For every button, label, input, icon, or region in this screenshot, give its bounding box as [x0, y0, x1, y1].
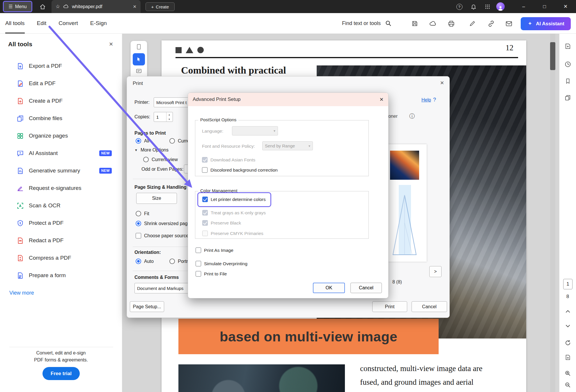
export-notes-tool[interactable] [563, 42, 572, 51]
sidebar-item-create-pdf[interactable]: Create a PDF [0, 92, 122, 110]
scrollbar-thumb[interactable] [550, 42, 555, 70]
view-more-link[interactable]: View more [9, 290, 34, 296]
banner-text: based on multi-view image [220, 329, 398, 345]
sidebar-item-edit-pdf[interactable]: Edit a PDF [0, 75, 122, 92]
postscript-options-group: PostScript Options Language: ▾ Font and … [195, 120, 369, 176]
sidebar-item-scan-ocr[interactable]: Scan & OCR [0, 197, 122, 214]
email-button[interactable] [504, 19, 513, 28]
free-trial-button[interactable]: Free trial [42, 367, 80, 380]
menu-esign[interactable]: E-Sign [90, 13, 107, 33]
radio-fit[interactable]: Fit [136, 211, 149, 216]
menu-all-tools[interactable]: All tools [5, 13, 25, 33]
size-button[interactable]: Size [136, 193, 177, 204]
page-setup-button[interactable]: Page Setup... [130, 301, 164, 312]
sidebar-item-combine-files[interactable]: Combine files [0, 110, 122, 127]
notifications-button[interactable] [469, 3, 478, 11]
apps-grid-button[interactable] [483, 3, 492, 11]
fill-sign-button[interactable] [468, 19, 477, 28]
sidebar-item-organize-pages[interactable]: Organize pages [0, 127, 122, 145]
cloud-sync-button[interactable] [428, 19, 437, 28]
radio-current-view[interactable]: Current view [143, 157, 178, 162]
zoom-out-icon [564, 382, 571, 388]
print-button-toolbar[interactable] [447, 19, 456, 28]
triangle-down-icon: ▼ [134, 148, 138, 152]
radio-auto-orientation[interactable]: Auto [136, 259, 154, 264]
radio-shrink-oversized[interactable]: Shrink oversized page [136, 221, 190, 226]
sidebar-item-export-pdf[interactable]: Export a PDF [0, 57, 122, 75]
info-icon[interactable]: ⓘ [409, 113, 415, 120]
stepper-up-icon[interactable]: ▴ [166, 112, 172, 117]
help-button[interactable]: ? [455, 3, 464, 11]
current-page-input[interactable]: 1 [563, 279, 573, 289]
page-handle-icon[interactable] [136, 43, 142, 51]
history-tool[interactable] [563, 60, 572, 69]
sidebar-close-icon[interactable]: ✕ [109, 41, 113, 47]
download-asian-label: Download Asian Fonts [210, 157, 255, 163]
document-scrollbar[interactable] [550, 34, 555, 392]
star-icon[interactable]: ☆ [56, 3, 60, 10]
cancel-button[interactable]: Cancel [350, 283, 382, 293]
body-line: fused, and ground images and aerial [360, 375, 483, 389]
maximize-button[interactable]: □ [534, 0, 555, 13]
checkbox-simulate-overprinting[interactable]: Simulate Overprinting [196, 261, 247, 266]
next-page-button[interactable] [563, 322, 572, 330]
share-link-button[interactable] [487, 19, 495, 28]
sidebar-item-compress-pdf[interactable]: Compress a PDF [0, 249, 122, 267]
bookmarks-tool[interactable] [563, 77, 572, 85]
zoom-out-button[interactable] [563, 380, 572, 389]
select-tool-button[interactable] [133, 53, 145, 65]
zoom-in-button[interactable] [563, 369, 572, 377]
help-link[interactable]: Help ? [421, 97, 436, 103]
sidebar-item-prepare-form[interactable]: Prepare a form [0, 267, 122, 284]
close-window-button[interactable]: ✕ [555, 0, 576, 13]
copy-pages-tool[interactable] [563, 93, 572, 102]
menu-edit[interactable]: Edit [37, 13, 47, 33]
checkbox-print-as-image[interactable]: Print As Image [196, 247, 233, 253]
menu-button[interactable]: ☰ Menu [3, 1, 32, 12]
radio-all-pages[interactable]: All [136, 138, 149, 144]
print-dialog-close-icon[interactable]: ✕ [440, 80, 444, 86]
page-view-button[interactable] [563, 353, 572, 362]
next-preview-button[interactable]: > [429, 266, 442, 277]
preview-art-square [390, 151, 419, 180]
create-button[interactable]: + Create [146, 2, 175, 11]
refresh-button[interactable] [563, 338, 572, 347]
advanced-dialog-close-icon[interactable]: ✕ [380, 97, 384, 103]
ai-assistant-button[interactable]: AI Assistant [521, 17, 571, 30]
avatar[interactable] [496, 2, 505, 11]
sidebar-item-redact-pdf[interactable]: Redact a PDF [0, 232, 122, 249]
checkbox-choose-paper-source[interactable]: Choose paper source [136, 233, 189, 238]
sidebar-item-request-esignatures[interactable]: Request e-signatures [0, 179, 122, 197]
stepper-arrows[interactable]: ▴ ▾ [166, 112, 172, 122]
home-button[interactable] [37, 2, 48, 11]
checkbox-discolored-correction[interactable]: Discolored background correction [202, 167, 278, 173]
sidebar-item-protect-pdf[interactable]: Protect a PDF [0, 214, 122, 232]
cursor-icon [136, 56, 142, 62]
document-tab[interactable]: ☆ whitepaper.pdf ✕ [52, 0, 141, 13]
minimize-button[interactable]: – [513, 0, 534, 13]
copies-stepper[interactable]: ▴ ▾ [154, 112, 173, 122]
sidebar-divider [9, 347, 113, 347]
postscript-options-label: PostScript Options [198, 117, 238, 122]
comment-tool-icon[interactable] [135, 68, 142, 75]
print-cancel-button[interactable]: Cancel [412, 301, 447, 312]
auto-label: Auto [144, 259, 154, 264]
print-confirm-button[interactable]: Print [372, 301, 407, 312]
more-options-toggle[interactable]: ▼ More Options [134, 147, 169, 153]
edit-pdf-icon [16, 80, 24, 88]
stepper-down-icon[interactable]: ▾ [166, 117, 172, 122]
promo-line-1: Convert, edit and e-sign [0, 350, 122, 357]
tab-close-icon[interactable]: ✕ [133, 4, 137, 9]
menu-convert[interactable]: Convert [59, 13, 78, 33]
previous-page-button[interactable] [563, 307, 572, 316]
sidebar-item-generative-summary[interactable]: Generative summary NEW [0, 162, 122, 179]
save-button[interactable] [410, 19, 419, 28]
sidebar-item-ai-assistant[interactable]: AI Assistant NEW [0, 145, 122, 162]
link-icon [488, 20, 495, 27]
copies-input[interactable] [154, 112, 166, 122]
checkbox-print-to-file[interactable]: Print to File [196, 271, 227, 277]
find-text-tools[interactable]: Find text or tools [342, 13, 392, 33]
clock-icon [564, 61, 571, 68]
bookmark-icon [565, 78, 571, 84]
ok-button[interactable]: OK [313, 283, 345, 293]
